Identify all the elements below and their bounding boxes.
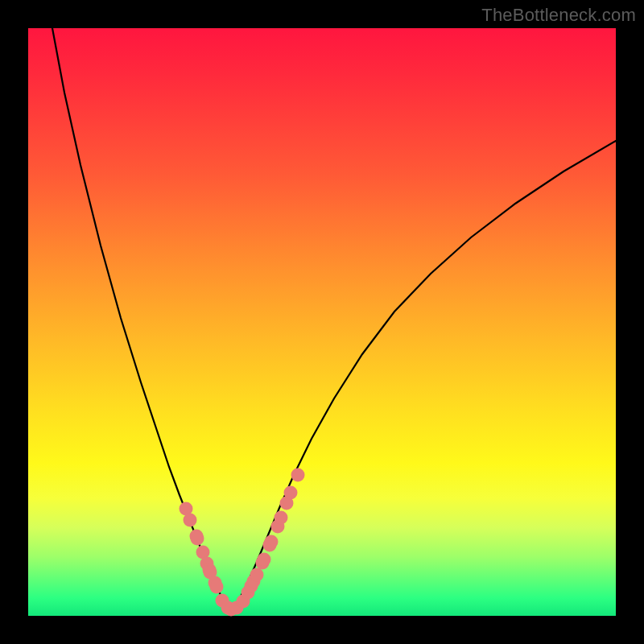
data-marker	[184, 514, 197, 527]
data-marker	[275, 511, 288, 525]
plot-svg	[28, 28, 616, 616]
data-marker	[250, 568, 264, 582]
plot-area	[28, 28, 616, 616]
data-marker	[284, 486, 298, 500]
curve-right-branch	[229, 141, 616, 612]
data-markers	[180, 469, 305, 617]
curve-left-branch	[52, 28, 229, 612]
data-marker	[291, 469, 305, 482]
data-marker	[191, 532, 204, 546]
chart-frame: TheBottleneck.com	[0, 0, 644, 644]
watermark-text: TheBottleneck.com	[481, 5, 636, 26]
data-marker	[210, 580, 224, 594]
data-marker	[265, 535, 279, 549]
data-marker	[258, 553, 271, 567]
